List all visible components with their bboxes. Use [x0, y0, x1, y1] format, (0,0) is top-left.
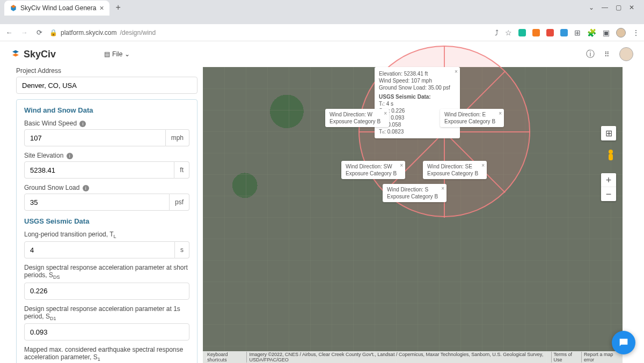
share-icon[interactable]: ⤴: [495, 28, 499, 37]
chat-support-button[interactable]: [612, 331, 635, 354]
help-icon[interactable]: ⓘ: [586, 49, 595, 60]
extension-icon[interactable]: [532, 29, 540, 36]
tab-close-icon[interactable]: ×: [99, 4, 104, 12]
wind-dir-e-label: × Wind Direction: EExposure Category B: [440, 109, 504, 127]
info-t0: T₀: 0.0823: [379, 128, 450, 135]
snow-load-unit: psf: [170, 194, 189, 211]
tl-input[interactable]: [24, 241, 175, 258]
logo-icon: [11, 49, 20, 59]
window-caret-icon[interactable]: ⌄: [589, 4, 594, 11]
chat-icon: [618, 337, 630, 349]
elevation-unit: ft: [174, 161, 189, 179]
terms-link[interactable]: Terms of Use: [551, 352, 579, 362]
info-icon[interactable]: i: [83, 185, 89, 191]
address-bar[interactable]: 🔒 platform.skyciv.com/design/wind: [49, 29, 156, 36]
profile-avatar-icon[interactable]: [616, 28, 626, 38]
kebab-menu-icon[interactable]: ⋮: [632, 28, 640, 37]
window-minimize-icon[interactable]: —: [602, 4, 608, 11]
lock-icon: 🔒: [49, 29, 57, 36]
wind-speed-unit: mph: [166, 129, 189, 146]
close-icon[interactable]: ×: [441, 185, 444, 192]
close-icon[interactable]: ×: [455, 68, 458, 75]
puzzle-icon[interactable]: 🧩: [587, 28, 596, 37]
extension-icon[interactable]: [546, 29, 554, 36]
sd1-label: Design spectral response acceleration pa…: [24, 305, 189, 321]
svg-point-0: [609, 150, 613, 154]
close-icon[interactable]: ×: [384, 110, 387, 117]
ground-snow-load-label: Ground Snow Load i: [24, 184, 189, 191]
panel-title: Wind and Snow Data: [24, 106, 189, 114]
wind-dir-se-label: × Wind Direction: SEExposure Category B: [423, 161, 487, 179]
extensions-menu-icon[interactable]: ⊞: [574, 28, 581, 37]
sds-label: Design spectral response acceleration pa…: [24, 264, 189, 280]
url-host: platform.skyciv.com: [61, 29, 116, 36]
map-info-popup: × Elevation: 5238.41 ft Wind Speed: 107 …: [375, 67, 460, 138]
window-maximize-icon[interactable]: ▢: [616, 4, 621, 11]
site-elevation-input[interactable]: [24, 161, 174, 179]
site-elevation-label: Site Elevation i: [24, 152, 189, 159]
seismic-title: USGS Seismic Data: [24, 217, 189, 225]
imagery-attribution: Imagery ©2022, CNES / Airbus, Clear Cree…: [246, 352, 548, 362]
info-snow: Ground Snow Load: 35.00 psf: [379, 84, 450, 91]
file-menu-label: File: [112, 50, 122, 58]
extension-icon[interactable]: [560, 29, 568, 36]
info-tl: Tₗ: 4 s: [379, 100, 450, 107]
s1-label: Mapped max. considered earthquake spectr…: [24, 346, 189, 362]
nav-forward-icon[interactable]: →: [19, 28, 29, 36]
info-seismic-header: USGS Seismic Data:: [379, 93, 450, 100]
keyboard-shortcuts-link[interactable]: Keyboard shortcuts: [205, 352, 244, 362]
info-sd1: Sᴅ₁: 0.093: [379, 114, 450, 121]
tl-label: Long-period transition period, TL: [24, 231, 189, 239]
nav-back-icon[interactable]: ←: [4, 28, 14, 36]
report-error-link[interactable]: Report a map error: [581, 352, 620, 362]
tl-unit: s: [175, 241, 189, 258]
star-icon[interactable]: ☆: [505, 28, 512, 37]
project-address-label: Project Address: [16, 67, 197, 75]
window-close-icon[interactable]: ✕: [629, 4, 634, 11]
nav-reload-icon[interactable]: ⟳: [34, 28, 44, 36]
bookmark-bar-icon[interactable]: ▣: [603, 28, 610, 37]
svg-rect-1: [609, 154, 613, 160]
project-address-input[interactable]: [16, 77, 197, 94]
browser-tab-bar: SkyCiv Wind Load Genera × + ⌄ — ▢ ✕: [0, 0, 644, 24]
close-icon[interactable]: ×: [499, 110, 502, 117]
street-view-pegman[interactable]: [605, 149, 616, 166]
wind-dir-s-label: × Wind Direction: SExposure Category B: [383, 184, 447, 202]
extension-icon[interactable]: [518, 29, 526, 36]
zoom-control: + −: [601, 173, 616, 201]
app-header: SkyCiv ▤ File ⌄ ⓘ ⠿: [0, 41, 644, 67]
browser-tab[interactable]: SkyCiv Wind Load Genera ×: [4, 1, 109, 16]
sds-input[interactable]: [24, 283, 189, 300]
info-icon[interactable]: i: [79, 121, 86, 127]
apps-grid-icon[interactable]: ⠿: [604, 50, 610, 58]
wind-dir-w-label: × Wind Direction: WExposure Category B: [325, 109, 389, 127]
info-sds: Sᴅs: 0.226: [379, 107, 450, 114]
info-wind: Wind Speed: 107 mph: [379, 77, 450, 84]
file-icon: ▤: [104, 50, 110, 58]
tab-title: SkyCiv Wind Load Genera: [20, 4, 96, 12]
info-elevation: Elevation: 5238.41 ft: [379, 70, 450, 77]
zoom-out-button[interactable]: −: [601, 187, 616, 201]
browser-toolbar: ← → ⟳ 🔒 platform.skyciv.com/design/wind …: [0, 24, 644, 41]
tab-favicon: [10, 4, 17, 12]
close-icon[interactable]: ×: [481, 162, 485, 169]
user-avatar[interactable]: [619, 47, 633, 61]
map-pane[interactable]: × Elevation: 5238.41 ft Wind Speed: 107 …: [203, 67, 623, 363]
chevron-down-icon: ⌄: [125, 50, 130, 58]
url-path: /design/wind: [120, 29, 156, 36]
file-menu[interactable]: ▤ File ⌄: [104, 50, 130, 58]
map-attribution: Keyboard shortcuts Imagery ©2022, CNES /…: [203, 351, 623, 363]
basic-wind-speed-input[interactable]: [24, 129, 166, 146]
close-icon[interactable]: ×: [400, 162, 403, 169]
wind-snow-panel: Wind and Snow Data Basic Wind Speed i mp…: [16, 99, 197, 363]
brand-text: SkyCiv: [24, 49, 56, 60]
zoom-in-button[interactable]: +: [601, 173, 616, 187]
sd1-input[interactable]: [24, 323, 189, 340]
basic-wind-speed-label: Basic Wind Speed i: [24, 120, 189, 127]
new-tab-button[interactable]: +: [112, 3, 125, 12]
map-tiles-control[interactable]: ⊞: [601, 126, 616, 145]
brand-logo[interactable]: SkyCiv: [11, 49, 56, 60]
info-icon[interactable]: i: [67, 153, 73, 159]
ground-snow-load-input[interactable]: [24, 194, 170, 211]
wind-dir-sw-label: × Wind Direction: SWExposure Category B: [341, 161, 405, 179]
